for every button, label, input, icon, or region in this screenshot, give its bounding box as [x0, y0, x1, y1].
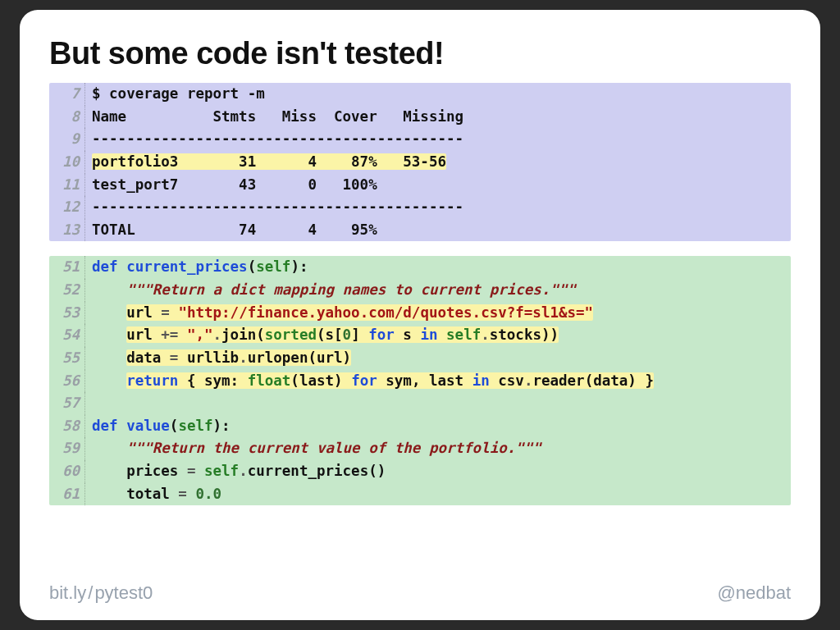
line-number: 8: [49, 106, 85, 129]
slide: But some code isn't tested! 7$ coverage …: [20, 10, 820, 620]
terminal-line: ----------------------------------------…: [85, 128, 791, 151]
slide-title: But some code isn't tested!: [49, 36, 791, 71]
line-number: 13: [49, 219, 85, 242]
footer-link-path: pytest0: [94, 582, 153, 603]
code-line: """Return a dict mapping names to curren…: [85, 279, 791, 302]
terminal-block: 7$ coverage report -m8Name Stmts Miss Co…: [49, 83, 791, 241]
footer-sep: /: [88, 582, 93, 603]
line-number: 54: [49, 324, 85, 347]
line-number: 7: [49, 83, 85, 106]
terminal-line: portfolio3 31 4 87% 53-56: [85, 151, 791, 174]
stage: 44/55 But some code isn't tested! 7$ cov…: [0, 0, 840, 630]
footer-handle: @nedbat: [717, 582, 791, 604]
code-block: 51def current_prices(self):52 """Return …: [49, 256, 791, 505]
terminal-line: $ coverage report -m: [85, 83, 791, 106]
line-number: 57: [49, 392, 85, 415]
terminal-line: Name Stmts Miss Cover Missing: [85, 106, 791, 129]
code-line: """Return the current value of the portf…: [85, 437, 791, 460]
line-number: 10: [49, 151, 85, 174]
code-line: return { sym: float(last) for sym, last …: [85, 370, 791, 393]
footer: bit.ly/pytest0 @nedbat: [49, 582, 791, 604]
code-line: [85, 392, 791, 415]
terminal-line: test_port7 43 0 100%: [85, 174, 791, 197]
line-number: 51: [49, 256, 85, 279]
line-number: 56: [49, 370, 85, 393]
code-line: url += ",".join(sorted(s[0] for s in sel…: [85, 324, 791, 347]
line-number: 52: [49, 279, 85, 302]
terminal-line: ----------------------------------------…: [85, 196, 791, 219]
code-line: prices = self.current_prices(): [85, 460, 791, 483]
line-number: 9: [49, 128, 85, 151]
line-number: 61: [49, 483, 85, 506]
code-line: def current_prices(self):: [85, 256, 791, 279]
code-line: def value(self):: [85, 415, 791, 438]
code-line: total = 0.0: [85, 483, 791, 506]
code-line: url = "http://finance.yahoo.com/d/quotes…: [85, 302, 791, 325]
code-line: data = urllib.urlopen(url): [85, 347, 791, 370]
footer-link: bit.ly/pytest0: [49, 582, 153, 604]
line-number: 55: [49, 347, 85, 370]
terminal-line: TOTAL 74 4 95%: [85, 219, 791, 242]
line-number: 11: [49, 174, 85, 197]
footer-link-host: bit.ly: [49, 582, 86, 603]
line-number: 53: [49, 302, 85, 325]
line-number: 59: [49, 437, 85, 460]
line-number: 58: [49, 415, 85, 438]
line-number: 12: [49, 196, 85, 219]
line-number: 60: [49, 460, 85, 483]
